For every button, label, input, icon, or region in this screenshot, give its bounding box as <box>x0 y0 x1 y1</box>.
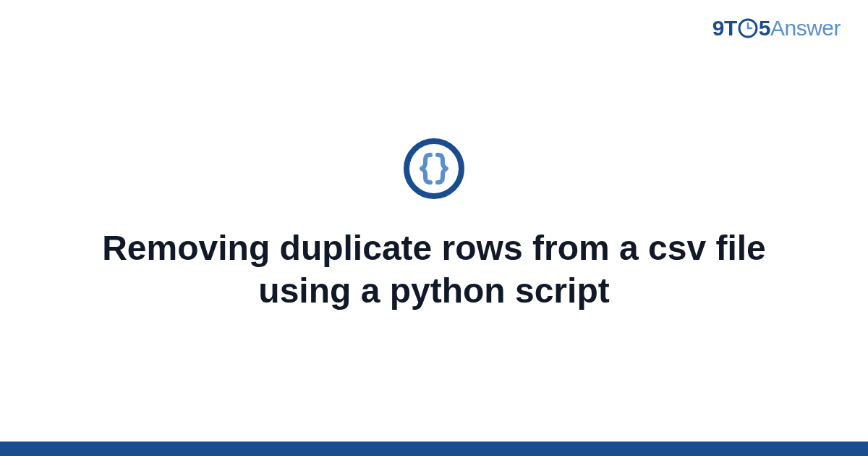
category-badge <box>401 136 467 201</box>
page-title: Removing duplicate rows from a csv file … <box>80 227 788 312</box>
main-content: Removing duplicate rows from a csv file … <box>0 0 868 456</box>
footer-accent-bar <box>0 442 868 456</box>
svg-point-3 <box>407 141 461 196</box>
braces-icon <box>401 136 467 201</box>
